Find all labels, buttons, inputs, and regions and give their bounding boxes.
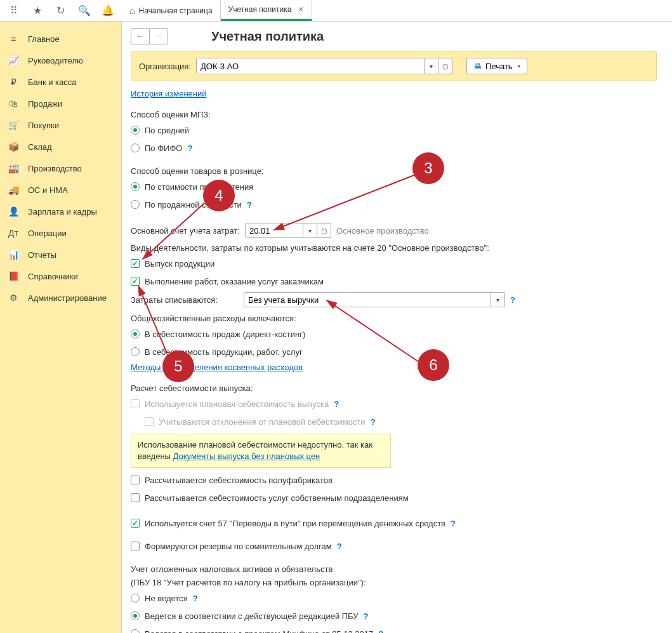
organization-bar: Организация: ▾ ▢ 🖶 Печать ▾ [131,51,657,81]
help-icon[interactable]: ? [247,200,252,210]
org-input[interactable] [196,58,425,74]
close-icon[interactable]: ✕ [298,5,304,14]
costcalc-opt3: Рассчитывается себестоимость полуфабрика… [145,476,333,485]
mpz-fifo-radio[interactable] [131,143,140,152]
home-icon: ⌂ [129,6,135,16]
search-icon[interactable]: 🔍 [78,4,91,17]
sidebar-item-0[interactable]: ≡Главное [0,28,121,50]
deferred-opt2: Ведется в соответствии с действующей ред… [145,611,359,621]
ruble-icon: ₽ [8,77,19,87]
sidebar-item-10[interactable]: 📊Отчеты [0,244,121,265]
bag-icon: 🛍 [8,98,19,109]
help-icon[interactable]: ? [187,143,192,153]
tab-home-label: Начальная страница [138,6,212,15]
dropdown-icon[interactable]: ▾ [303,223,317,238]
help-icon[interactable]: ? [334,399,339,409]
reserves-check[interactable] [131,542,140,550]
methods-link[interactable]: Методы распределения косвенных расходов [131,363,303,372]
help-icon[interactable]: ? [451,519,456,528]
sidebar-label: Справочники [28,272,78,281]
overhead-direct-radio[interactable] [131,330,140,338]
tab-accounting-policy[interactable]: Учетная политика ✕ [221,0,313,21]
activity-services-check[interactable] [131,277,140,286]
writeoff-label: Затраты списываются: [131,295,239,305]
deferred-label1: Учет отложенных налоговых активов и обяз… [131,564,657,574]
semifinished-check[interactable] [131,476,140,484]
factory-icon: 🏭 [8,163,19,173]
sidebar-label: Покупки [28,121,59,130]
sidebar-label: Продажи [28,99,62,109]
activity-opt1: Выпуск продукции [145,259,214,269]
back-button[interactable]: ← [131,28,150,44]
acc57-label: Используется счет 57 "Переводы в пути" п… [145,519,445,528]
costcalc-label: Расчет себестоимости выпуска: [131,383,657,393]
help-icon[interactable]: ? [378,629,383,633]
mpz-average-radio[interactable] [131,126,140,135]
cost-account-input[interactable] [245,223,303,238]
writeoff-select[interactable] [244,292,491,307]
sidebar-label: Банк и касса [28,77,77,87]
account57-check[interactable] [131,519,140,528]
history-link[interactable]: История изменений [131,89,207,98]
sidebar-item-11[interactable]: 📕Справочники [0,265,121,287]
warn-link[interactable]: Документы выпуска без плановых цен [173,451,320,461]
org-open-icon[interactable]: ▢ [438,58,452,74]
activity-production-check[interactable] [131,259,140,268]
sidebar-item-2[interactable]: ₽Банк и касса [0,71,121,93]
deferred-none-radio[interactable] [131,594,140,603]
costcalc-opt2: Учитываются отклонения от плановой себес… [159,417,366,427]
sidebar-item-12[interactable]: ⚙Администрирование [0,287,121,309]
sidebar-item-7[interactable]: 🚚ОС и НМА [0,179,121,201]
tab-home[interactable]: ⌂ Начальная страница [122,0,221,21]
callout-3: 3 [412,152,444,184]
forward-button[interactable]: → [149,28,168,44]
sidebar-label: Операции [28,229,67,238]
mpz-opt1: По средней [145,126,189,135]
callout-4: 4 [203,180,235,211]
dropdown-icon[interactable]: ▾ [491,292,505,307]
retail-sale-radio[interactable] [131,200,140,209]
person-icon: 👤 [8,206,19,217]
sidebar-label: Отчеты [28,250,56,260]
chart-icon: 📈 [8,55,19,65]
sidebar-label: ОС и НМА [28,185,68,195]
apps-icon[interactable]: ⠿ [8,4,20,17]
sidebar-item-5[interactable]: 📦Склад [0,136,121,157]
help-icon[interactable]: ? [337,542,342,551]
activity-opt2: Выполнение работ, оказание услуг заказчи… [145,277,324,286]
deferred-project-radio[interactable] [131,629,140,633]
help-icon[interactable]: ? [371,417,376,427]
tab-active-label: Учетная политика [228,5,292,14]
sidebar-label: Склад [28,142,52,152]
sidebar-item-6[interactable]: 🏭Производство [0,157,121,179]
sidebar-item-8[interactable]: 👤Зарплата и кадры [0,201,121,222]
menu-icon: ≡ [8,34,19,44]
deferred-current-radio[interactable] [131,611,140,620]
printer-icon: 🖶 [473,62,482,71]
mpz-opt2: По ФИФО [145,143,182,153]
sidebar-label: Зарплата и кадры [28,207,97,217]
main-content: ← → Учетная политика Организация: ▾ ▢ 🖶 … [122,22,672,633]
sidebar-item-9[interactable]: ДтОперации [0,222,121,244]
sidebar-item-3[interactable]: 🛍Продажи [0,93,121,114]
star-icon[interactable]: ★ [31,4,44,17]
retail-cost-radio[interactable] [131,182,140,191]
help-icon[interactable]: ? [193,594,198,603]
help-icon[interactable]: ? [364,611,369,621]
debit-icon: Дт [8,228,19,238]
open-icon[interactable]: ▢ [317,223,331,238]
overhead-cost-radio[interactable] [131,347,140,356]
print-button[interactable]: 🖶 Печать ▾ [466,58,527,74]
truck-icon: 🚚 [8,185,19,195]
deviation-check [145,417,154,426]
bell-icon[interactable]: 🔔 [102,4,114,17]
org-dropdown-icon[interactable]: ▾ [425,58,438,74]
sidebar-item-4[interactable]: 🛒Покупки [0,114,121,136]
help-icon[interactable]: ? [510,295,515,305]
history-icon[interactable]: ↻ [55,4,67,17]
internal-services-check[interactable] [131,493,140,502]
sidebar-label: Главное [28,34,60,44]
sidebar-label: Администрирование [28,293,107,303]
sidebar-item-1[interactable]: 📈Руководителю [0,50,121,71]
deferred-opt1: Не ведется [145,594,188,603]
